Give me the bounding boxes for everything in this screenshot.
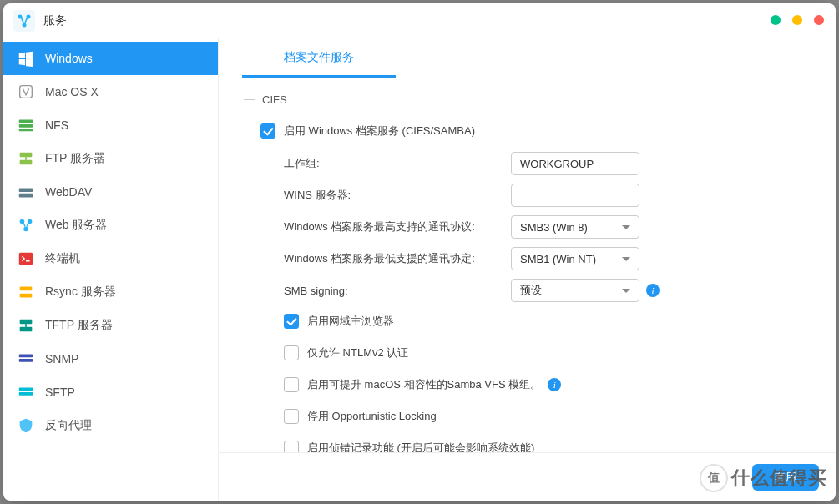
wins-label: WINS 服务器: <box>284 188 511 203</box>
max-proto-row: Windows 档案服务最高支持的通讯协议: SMB3 (Win 8) <box>244 211 811 243</box>
svg-rect-8 <box>20 160 33 165</box>
samba-vfs-row: 启用可提升 macOS 相容性的Samba VFS 模组。 i <box>244 370 811 400</box>
enable-cifs-label[interactable]: 启用 Windows 档案服务 (CIFS/SAMBA) <box>284 123 475 139</box>
svg-rect-7 <box>20 153 33 158</box>
sidebar-item-windows[interactable]: Windows <box>3 42 218 75</box>
terminal-icon <box>17 249 35 268</box>
sidebar-item-web[interactable]: Web 服务器 <box>3 209 218 242</box>
enable-cifs-row: 启用 Windows 档案服务 (CIFS/SAMBA) <box>244 116 811 146</box>
samba-vfs-label[interactable]: 启用可提升 macOS 相容性的Samba VFS 模组。 i <box>307 377 561 392</box>
svg-rect-5 <box>19 124 33 128</box>
sidebar-item-label: Web 服务器 <box>45 218 107 233</box>
web-icon <box>17 216 35 234</box>
sidebar-item-ftp[interactable]: FTP 服务器 <box>3 142 218 175</box>
oplock-row: 停用 Opportunistic Locking <box>244 401 811 431</box>
svg-rect-9 <box>19 188 33 192</box>
rsync-icon <box>17 283 35 301</box>
debug-log-label[interactable]: 启用侦错记录功能 (开启后可能会影响系统效能) <box>307 441 534 452</box>
sidebar-item-label: 反向代理 <box>45 418 92 433</box>
svg-rect-20 <box>19 359 33 362</box>
sidebar-item-nfs[interactable]: NFS <box>3 108 218 142</box>
local-master-checkbox[interactable] <box>284 314 299 329</box>
sidebar-item-label: SFTP <box>45 386 75 399</box>
sidebar-item-label: TFTP 服务器 <box>45 318 113 333</box>
svg-point-13 <box>23 227 28 232</box>
debug-log-row: 启用侦错记录功能 (开启后可能会影响系统效能) <box>244 433 811 452</box>
sidebar-item-label: Mac OS X <box>45 85 99 98</box>
workgroup-input[interactable] <box>511 152 639 175</box>
svg-rect-16 <box>20 294 33 298</box>
svg-rect-6 <box>19 129 33 132</box>
smb-signing-value: 预设 <box>520 283 542 298</box>
ntlmv2-row: 仅允许 NTLMv2 认证 <box>244 338 811 368</box>
oplock-checkbox[interactable] <box>284 409 299 424</box>
svg-rect-15 <box>20 287 33 291</box>
settings-panel: CIFS 启用 Windows 档案服务 (CIFS/SAMBA) 工作组: W… <box>219 78 836 452</box>
apply-button[interactable]: 套用 <box>752 464 819 491</box>
footer: 套用 <box>219 452 836 501</box>
sidebar-item-sftp[interactable]: SFTP <box>3 375 218 409</box>
sftp-icon <box>17 383 35 401</box>
sidebar-item-terminal[interactable]: 终端机 <box>3 242 218 275</box>
min-proto-select[interactable]: SMB1 (Win NT) <box>511 247 639 270</box>
sidebar-item-label: 终端机 <box>45 251 80 266</box>
chevron-down-icon <box>622 289 630 293</box>
local-master-label[interactable]: 启用网域主浏览器 <box>307 314 394 329</box>
window-body: Windows Mac OS X NFS FTP 服务器 <box>3 38 836 501</box>
chevron-down-icon <box>622 225 630 229</box>
sidebar-item-label: NFS <box>45 118 68 132</box>
sidebar-item-reverse-proxy[interactable]: 反向代理 <box>3 409 218 442</box>
sidebar-item-label: WebDAV <box>45 185 92 199</box>
service-settings-window: 服务 Windows Mac OS X <box>3 3 836 501</box>
svg-rect-4 <box>19 120 33 123</box>
snmp-icon <box>17 350 35 368</box>
samba-vfs-checkbox[interactable] <box>284 377 299 392</box>
shield-icon <box>17 416 35 435</box>
sidebar-item-label: Windows <box>45 52 93 65</box>
sidebar-item-macosx[interactable]: Mac OS X <box>3 75 218 108</box>
sidebar-item-rsync[interactable]: Rsync 服务器 <box>3 275 218 309</box>
titlebar: 服务 <box>3 3 836 38</box>
nfs-icon <box>17 116 35 134</box>
svg-rect-17 <box>20 320 33 325</box>
wins-row: WINS 服务器: <box>244 179 811 211</box>
sidebar-item-label: SNMP <box>45 352 78 365</box>
mac-icon <box>17 83 35 101</box>
sidebar-item-label: Rsync 服务器 <box>45 285 116 300</box>
tabs: 档案文件服务 <box>219 38 836 78</box>
sidebar-item-webdav[interactable]: WebDAV <box>3 175 218 209</box>
workgroup-row: 工作组: <box>244 148 811 179</box>
tftp-icon <box>17 316 35 335</box>
max-proto-select[interactable]: SMB3 (Win 8) <box>511 215 639 239</box>
debug-log-checkbox[interactable] <box>284 441 299 452</box>
local-master-row: 启用网域主浏览器 <box>244 306 811 336</box>
min-proto-value: SMB1 (Win NT) <box>520 253 596 265</box>
window-controls <box>771 15 824 25</box>
oplock-label[interactable]: 停用 Opportunistic Locking <box>307 409 437 424</box>
wins-input[interactable] <box>511 184 639 207</box>
svg-rect-22 <box>19 392 33 396</box>
min-proto-row: Windows 档案服务最低支援的通讯协定: SMB1 (Win NT) <box>244 243 811 275</box>
info-icon[interactable]: i <box>548 378 561 391</box>
sidebar-item-label: FTP 服务器 <box>45 151 105 166</box>
close-button[interactable] <box>814 15 824 25</box>
content-area: 档案文件服务 CIFS 启用 Windows 档案服务 (CIFS/SAMBA)… <box>219 38 836 501</box>
max-proto-value: SMB3 (Win 8) <box>520 221 588 234</box>
windows-icon <box>17 49 35 68</box>
minimize-button[interactable] <box>771 15 781 25</box>
workgroup-label: 工作组: <box>284 156 511 171</box>
maximize-button[interactable] <box>792 15 802 25</box>
ntlmv2-label[interactable]: 仅允许 NTLMv2 认证 <box>307 345 408 360</box>
sidebar-item-tftp[interactable]: TFTP 服务器 <box>3 309 218 342</box>
smb-signing-label: SMB signing: <box>284 285 511 297</box>
svg-point-2 <box>23 23 27 27</box>
ftp-icon <box>17 149 35 168</box>
sidebar-item-snmp[interactable]: SNMP <box>3 342 218 375</box>
ntlmv2-checkbox[interactable] <box>284 345 299 360</box>
tab-file-service[interactable]: 档案文件服务 <box>242 42 396 78</box>
enable-cifs-checkbox[interactable] <box>260 123 275 139</box>
window-title: 服务 <box>43 13 67 28</box>
info-icon[interactable]: i <box>646 284 660 297</box>
smb-signing-select[interactable]: 预设 <box>511 279 639 302</box>
svg-rect-14 <box>19 253 33 265</box>
